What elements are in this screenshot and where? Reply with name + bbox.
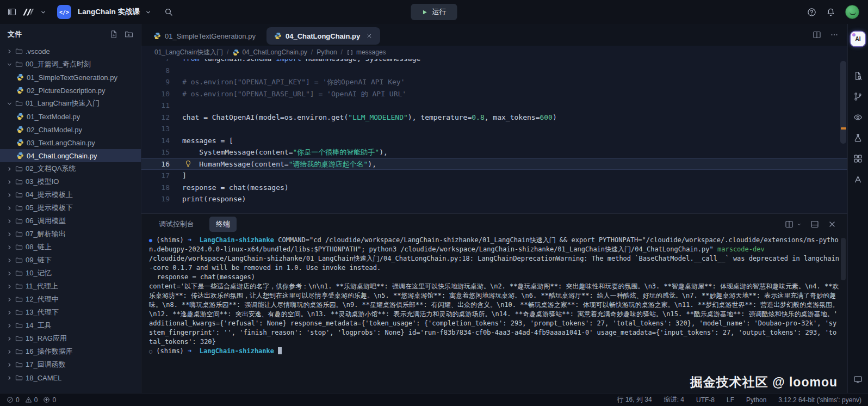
- panel-close-icon[interactable]: [828, 220, 836, 229]
- terminal-output[interactable]: ● (shims) ➜ LangChain-shizhanke COMMAND=…: [141, 235, 847, 390]
- tab-close-icon[interactable]: [366, 33, 373, 39]
- run-button[interactable]: 运行: [411, 4, 457, 20]
- tree-file[interactable]: 01_SimpleTextGeneration.py: [0, 71, 141, 84]
- breadcrumb-item[interactable]: 01_LangChain快速入门: [154, 48, 223, 57]
- editor-tab[interactable]: 04_ChatLongChain.py: [266, 27, 380, 45]
- tree-folder[interactable]: 08_链上: [0, 241, 141, 254]
- tree-folder[interactable]: 00_开篇词_奇点时刻: [0, 58, 141, 71]
- tree-item-label: 13_代理下: [26, 307, 59, 317]
- tree-folder[interactable]: 12_代理中: [0, 293, 141, 306]
- git-branch-icon[interactable]: [853, 92, 863, 101]
- status-python-interpreter[interactable]: 3.12.2 64-bit ('shims': pyenv): [778, 396, 861, 404]
- code-line[interactable]: 15 SystemMessage(content="你是一个很棒的智能助手"),: [141, 146, 847, 158]
- editor-tab[interactable]: 01_SimpleTextGeneration.py: [146, 27, 263, 45]
- tree-folder[interactable]: 06_调用模型: [0, 214, 141, 227]
- tree-folder[interactable]: 11_代理上: [0, 280, 141, 293]
- status-plus-circles[interactable]: 0: [43, 396, 56, 404]
- tree-folder[interactable]: 16_操作数据库: [0, 345, 141, 358]
- python-icon: [16, 113, 24, 120]
- tree-file[interactable]: 02_PictureDescription.py: [0, 84, 141, 97]
- tree-folder[interactable]: 02_文档QA系统: [0, 162, 141, 175]
- avatar[interactable]: [845, 5, 859, 19]
- terminal-scrollbar[interactable]: [841, 238, 846, 280]
- tree-item-label: 09_链下: [26, 255, 52, 265]
- code-line[interactable]: 13: [141, 123, 847, 135]
- bell-icon[interactable]: [826, 8, 835, 17]
- panel-layout-icon[interactable]: [810, 220, 819, 229]
- folder-icon: [15, 47, 23, 55]
- code-line[interactable]: 11: [141, 100, 847, 112]
- tree-file[interactable]: 01_TextModel.py: [0, 110, 141, 123]
- code-line[interactable]: 18response = chat(messages): [141, 182, 847, 194]
- split-editor-icon[interactable]: [813, 30, 821, 39]
- new-folder-icon[interactable]: [125, 30, 133, 39]
- ai-assistant-icon[interactable]: AI: [851, 32, 865, 46]
- panel-tab-debug-console[interactable]: 调试控制台: [152, 217, 201, 232]
- status-count: 0: [34, 396, 38, 404]
- chevron-right-icon: [7, 231, 13, 237]
- terminal-split-icon[interactable]: [785, 220, 793, 229]
- tree-folder[interactable]: 14_工具: [0, 319, 141, 332]
- lightbulb-icon[interactable]: [184, 160, 192, 168]
- extensions-grid-icon[interactable]: [853, 154, 863, 163]
- tree-folder[interactable]: 03_模型IO: [0, 175, 141, 188]
- tree-folder[interactable]: 15_RAG应用: [0, 332, 141, 345]
- tree-folder[interactable]: 01_LangChain快速入门: [0, 97, 141, 110]
- code-line[interactable]: 9# os.environ["OPENAI_API_KEY"] = '你的Ope…: [141, 76, 847, 88]
- breadcrumb-item[interactable]: messages: [346, 48, 386, 56]
- tree-folder[interactable]: 04_提示模板上: [0, 188, 141, 201]
- tree-item-label: 07_解析输出: [26, 229, 66, 239]
- tree-folder[interactable]: 09_链下: [0, 254, 141, 267]
- monitor-icon[interactable]: [853, 375, 863, 384]
- tree-file[interactable]: 02_ChatModel.py: [0, 123, 141, 136]
- tree-folder[interactable]: 07_解析输出: [0, 227, 141, 241]
- more-actions-icon[interactable]: [830, 30, 839, 39]
- code-line[interactable]: 19print(response): [141, 193, 847, 205]
- breadcrumb-item[interactable]: 04_ChatLongChain.py: [232, 48, 307, 56]
- tree-folder[interactable]: 18_CAMEL: [0, 371, 141, 384]
- tree-folder[interactable]: 17_回调函数: [0, 358, 141, 371]
- flask-icon[interactable]: [853, 133, 863, 143]
- marscode-logo-icon[interactable]: [22, 8, 35, 17]
- eye-icon[interactable]: [853, 113, 863, 122]
- tree-folder[interactable]: 10_记忆: [0, 267, 141, 280]
- project-chevron-icon[interactable]: [145, 9, 151, 15]
- status-cursor-position[interactable]: 行 16, 列 34: [617, 395, 652, 404]
- panel-tab-terminal[interactable]: 终端: [209, 217, 237, 232]
- tree-file[interactable]: 03_TextLangChain.py: [0, 136, 141, 149]
- file-search-icon[interactable]: [853, 71, 863, 81]
- error-icon: [7, 396, 14, 403]
- code-line[interactable]: 17]: [141, 170, 847, 182]
- search-icon[interactable]: [164, 8, 173, 16]
- font-a-icon[interactable]: [853, 175, 863, 184]
- code-line[interactable]: 7from langchain.schema import HumanMessa…: [141, 59, 847, 65]
- tree-file[interactable]: 04_ChatLongChain.py: [0, 149, 141, 162]
- tree-folder[interactable]: .vscode: [0, 45, 141, 58]
- code-line[interactable]: 8: [141, 65, 847, 77]
- python-icon: [153, 32, 161, 40]
- code-editor[interactable]: 7from langchain.schema import HumanMessa…: [141, 59, 847, 213]
- project-name[interactable]: LangChain 实战课: [78, 7, 140, 17]
- logo-chevron-icon[interactable]: [40, 9, 46, 15]
- panel-tabs: 调试控制台终端: [152, 217, 237, 232]
- editor-area: 01_SimpleTextGeneration.py04_ChatLongCha…: [141, 24, 847, 213]
- status-errors[interactable]: 0: [7, 396, 20, 404]
- terminal-split-chevron-icon[interactable]: [797, 222, 802, 227]
- editor-scrollbar[interactable]: [840, 61, 846, 144]
- status-eol[interactable]: LF: [727, 396, 734, 404]
- code-line[interactable]: 16 HumanMessage(content="请给我的桌游店起个名"),: [141, 158, 847, 170]
- status-indentation[interactable]: 缩进: 4: [664, 395, 684, 404]
- help-icon[interactable]: [807, 8, 816, 17]
- status-language-mode[interactable]: Python: [746, 396, 766, 404]
- workspace-badge-icon[interactable]: </>: [57, 5, 71, 19]
- tree-folder[interactable]: 05_提示模板下: [0, 201, 141, 214]
- status-encoding[interactable]: UTF-8: [696, 396, 715, 404]
- tree-folder[interactable]: 13_代理下: [0, 306, 141, 319]
- new-file-icon[interactable]: [109, 30, 118, 39]
- breadcrumb-item[interactable]: Python: [317, 48, 337, 56]
- status-warnings[interactable]: 0: [25, 396, 38, 404]
- sidebar-toggle-icon[interactable]: [8, 8, 16, 16]
- code-line[interactable]: 10# os.environ["OPENAI_BASE_URL"] = 'Ope…: [141, 88, 847, 100]
- code-line[interactable]: 14messages = [: [141, 135, 847, 147]
- code-line[interactable]: 12chat = ChatOpenAI(model=os.environ.get…: [141, 112, 847, 124]
